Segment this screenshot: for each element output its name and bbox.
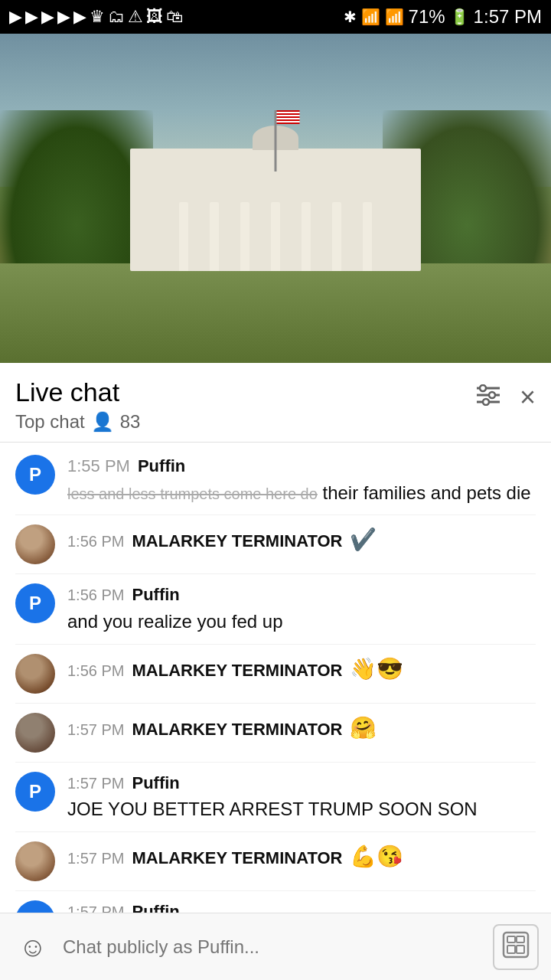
- wifi-icon: 📶: [361, 8, 380, 26]
- message-content: 1:55 PM Puffin less and less trumpets co…: [67, 455, 536, 505]
- chat-message: P 1:56 PM Puffin and you realize you fed…: [0, 574, 551, 643]
- message-meta: 1:56 PM Puffin: [67, 583, 536, 607]
- chat-input[interactable]: [63, 926, 484, 968]
- send-icon: [502, 931, 530, 963]
- image-icon: 🖼: [146, 7, 163, 27]
- message-meta: 1:55 PM Puffin: [67, 455, 536, 479]
- emoji-button[interactable]: ☺: [12, 926, 54, 968]
- clock: 1:57 PM: [474, 6, 542, 28]
- message-emoji: 💪😘: [350, 841, 403, 871]
- avatar: P: [15, 583, 55, 623]
- chat-header: Live chat Top chat 👤 83 ×: [0, 363, 551, 443]
- lawn: [0, 263, 551, 363]
- message-author: MALARKEY TERMINATOR: [132, 718, 342, 742]
- pillar-7: [363, 202, 372, 271]
- play-icon-3: ▶: [41, 7, 54, 27]
- message-content: 1:57 PM MALARKEY TERMINATOR 💪😘: [67, 841, 536, 873]
- message-author: Puffin: [132, 772, 179, 795]
- svg-point-4: [489, 392, 495, 398]
- status-right: ✱ 📶 📶 71% 🔋 1:57 PM: [344, 6, 542, 28]
- message-emoji: 🤗: [350, 713, 377, 743]
- message-meta: 1:57 PM MALARKEY TERMINATOR 💪😘: [67, 841, 536, 871]
- close-button[interactable]: ×: [520, 381, 536, 413]
- avatar: P: [15, 455, 55, 495]
- play-icon-1: ▶: [9, 7, 22, 27]
- chat-messages: P 1:55 PM Puffin less and less trumpets …: [0, 443, 551, 980]
- message-time: 1:56 PM: [67, 584, 124, 606]
- message-time: 1:56 PM: [67, 660, 124, 681]
- avatar-letter: P: [29, 593, 41, 614]
- pillars: [168, 194, 383, 271]
- chat-header-left: Live chat Top chat 👤 83: [15, 377, 140, 433]
- avatar: P: [15, 772, 55, 812]
- chat-message: P 1:57 PM Puffin JOE YOU BETTER ARREST T…: [0, 763, 551, 831]
- message-time: 1:56 PM: [67, 531, 124, 552]
- status-icons-left: ▶ ▶ ▶ ▶ ▶ ♛ 🗂 ⚠ 🖼 🛍: [9, 7, 183, 27]
- message-cut-text: 1:55 PM: [67, 455, 130, 479]
- message-text: and you realize you fed up: [67, 609, 536, 635]
- chat-panel: Live chat Top chat 👤 83 ×: [0, 363, 551, 980]
- avatar: [15, 713, 55, 753]
- message-time: 1:57 PM: [67, 719, 124, 740]
- svg-rect-8: [517, 936, 524, 942]
- play-icon-4: ▶: [57, 7, 70, 27]
- play-icon-5: ▶: [73, 7, 86, 27]
- play-icon-2: ▶: [25, 7, 38, 27]
- chat-subtitle: Top chat 👤 83: [15, 411, 140, 433]
- message-author: MALARKEY TERMINATOR: [132, 530, 342, 554]
- message-meta: 1:57 PM Puffin: [67, 772, 536, 795]
- message-text: less and less trumpets come here do thei…: [67, 480, 536, 506]
- message-author: Puffin: [138, 455, 185, 479]
- message-text: JOE YOU BETTER ARREST TRUMP SOON SON: [67, 796, 536, 822]
- avatar: [15, 524, 55, 564]
- top-chat-label[interactable]: Top chat: [15, 411, 85, 433]
- svg-rect-7: [507, 936, 515, 942]
- message-content: 1:56 PM MALARKEY TERMINATOR 👋😎: [67, 654, 536, 685]
- message-author: MALARKEY TERMINATOR: [132, 847, 342, 871]
- pillar-4: [271, 202, 280, 271]
- message-author: MALARKEY TERMINATOR: [132, 659, 342, 683]
- message-emoji: ✔️: [350, 524, 377, 554]
- viewer-count: 83: [120, 411, 141, 433]
- battery-icon: 🔋: [450, 8, 469, 26]
- message-meta: 1:57 PM MALARKEY TERMINATOR 🤗: [67, 713, 536, 743]
- message-emoji: 👋😎: [350, 654, 403, 684]
- bag-icon: 🛍: [166, 7, 183, 27]
- message-meta: 1:56 PM MALARKEY TERMINATOR 👋😎: [67, 654, 536, 684]
- emoji-face-icon: ☺: [19, 931, 47, 963]
- message-author: Puffin: [132, 583, 179, 607]
- flag: [277, 110, 300, 124]
- chat-title: Live chat: [15, 377, 140, 408]
- pillar-1: [179, 202, 188, 271]
- chat-message: 1:57 PM MALARKEY TERMINATOR 💪😘: [0, 832, 551, 890]
- status-bar: ▶ ▶ ▶ ▶ ▶ ♛ 🗂 ⚠ 🖼 🛍 ✱ 📶 📶 71% 🔋 1:57 PM: [0, 0, 551, 34]
- video-player[interactable]: [0, 34, 551, 363]
- avatar-letter: P: [29, 464, 41, 485]
- filter-button[interactable]: [475, 384, 501, 411]
- message-time: 1:57 PM: [67, 773, 124, 794]
- message-time: 1:57 PM: [67, 848, 124, 869]
- avatar: [15, 841, 55, 881]
- message-content: 1:57 PM MALARKEY TERMINATOR 🤗: [67, 713, 536, 744]
- pillar-3: [240, 202, 249, 271]
- pillar-6: [332, 202, 341, 271]
- avatar: [15, 654, 55, 694]
- folder-icon: 🗂: [108, 7, 125, 27]
- svg-rect-10: [517, 946, 524, 953]
- signal-icon: 📶: [385, 8, 404, 26]
- message-meta: 1:56 PM MALARKEY TERMINATOR ✔️: [67, 524, 536, 554]
- pillar-2: [210, 202, 219, 271]
- chat-input-bar: ☺: [0, 913, 551, 980]
- chat-message: 1:56 PM MALARKEY TERMINATOR 👋😎: [0, 645, 551, 703]
- chat-header-right: ×: [475, 377, 536, 413]
- message-content: 1:57 PM Puffin JOE YOU BETTER ARREST TRU…: [67, 772, 536, 822]
- message-content: 1:56 PM Puffin and you realize you fed u…: [67, 583, 536, 634]
- chat-message: P 1:55 PM Puffin less and less trumpets …: [0, 446, 551, 514]
- chat-message: 1:56 PM MALARKEY TERMINATOR ✔️: [0, 515, 551, 573]
- flag-pole: [275, 110, 277, 172]
- send-button[interactable]: [493, 924, 539, 970]
- avatar-letter: P: [29, 781, 41, 802]
- svg-rect-9: [507, 946, 515, 953]
- pillar-5: [302, 202, 311, 271]
- battery-percent: 71%: [409, 6, 445, 28]
